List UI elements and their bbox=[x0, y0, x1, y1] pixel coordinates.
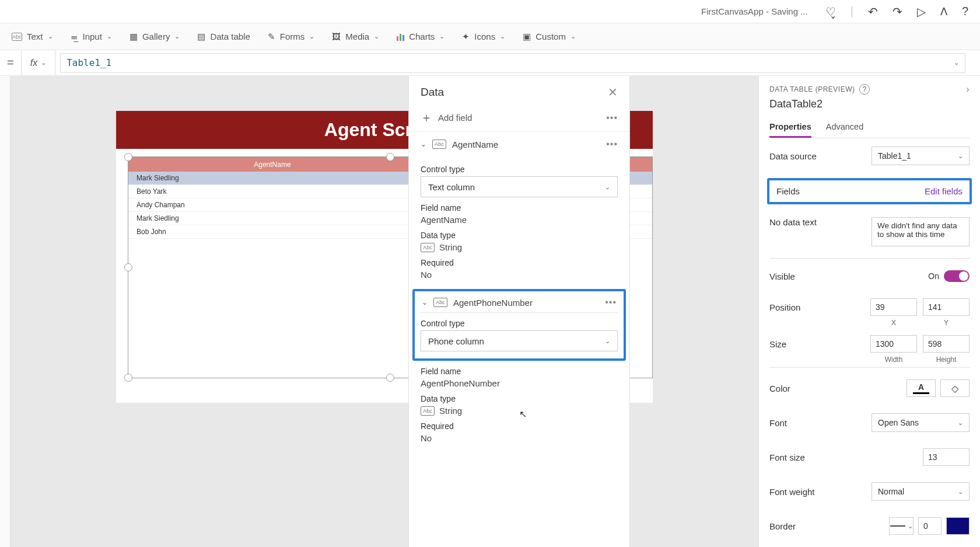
input-icon: ≡̲ bbox=[71, 32, 78, 42]
field-header[interactable]: ⌄AbcAgentName ••• bbox=[409, 132, 629, 156]
ribbon-text[interactable]: AbcText⌄ bbox=[12, 32, 53, 41]
more-icon[interactable]: ••• bbox=[605, 297, 617, 308]
insert-ribbon: AbcText⌄ ≡̲Input⌄ ▦Gallery⌄ ▤Data table … bbox=[0, 23, 980, 50]
font-select[interactable]: Open Sans⌄ bbox=[872, 413, 970, 432]
border-style-select[interactable]: ⌄ bbox=[889, 517, 914, 535]
data-pane-title: Data bbox=[421, 86, 444, 99]
more-icon[interactable]: ••• bbox=[606, 139, 618, 149]
control-type-select[interactable]: Phone column⌄ bbox=[421, 330, 618, 351]
field-card-agentname: ⌄AbcAgentName ••• Control type Text colu… bbox=[409, 131, 629, 288]
properties-pane: DATA TABLE (PREVIEW) ? › DataTable2 Prop… bbox=[758, 76, 980, 547]
more-icon[interactable]: ••• bbox=[606, 113, 618, 123]
field-card-agentphone-highlight: ⌄AbcAgentPhoneNumber ••• Control type Ph… bbox=[412, 289, 626, 361]
forms-icon: ✎ bbox=[268, 32, 275, 42]
chevron-down-icon: ⌄ bbox=[421, 140, 426, 148]
ribbon-input[interactable]: ≡̲Input⌄ bbox=[71, 32, 112, 42]
title-bar: FirstCanvasApp - Saving ... ♡̬ | ↶ ↷ ▷ ᐱ… bbox=[0, 0, 980, 23]
resize-handle[interactable] bbox=[124, 153, 132, 161]
ribbon-icons[interactable]: ✦Icons⌄ bbox=[462, 32, 505, 42]
formula-input[interactable]: Table1_1 bbox=[66, 57, 954, 68]
field-header[interactable]: ⌄AbcAgentPhoneNumber ••• bbox=[421, 295, 618, 310]
chart-icon bbox=[397, 33, 404, 41]
control-type-select[interactable]: Text column⌄ bbox=[421, 176, 618, 197]
font-weight-select[interactable]: Normal⌄ bbox=[872, 482, 970, 501]
resize-handle[interactable] bbox=[386, 374, 394, 382]
abc-icon: Abc bbox=[433, 298, 447, 307]
undo-icon[interactable]: ↶ bbox=[868, 5, 878, 19]
abc-icon: Abc bbox=[421, 243, 435, 252]
abc-icon: Abc bbox=[12, 33, 22, 41]
fields-row-highlight: Fields Edit fields bbox=[767, 178, 972, 204]
font-color-button[interactable]: A bbox=[907, 379, 936, 397]
position-y-input[interactable]: 141 bbox=[923, 298, 970, 316]
left-rail bbox=[0, 76, 10, 547]
close-icon[interactable]: ✕ bbox=[608, 85, 618, 99]
play-icon[interactable]: ▷ bbox=[917, 5, 926, 19]
add-field-button[interactable]: ＋Add field bbox=[421, 110, 472, 126]
ribbon-forms[interactable]: ✎Forms⌄ bbox=[268, 32, 315, 42]
data-pane: Data ✕ ＋Add field ••• ⌄AbcAgentName ••• … bbox=[408, 76, 630, 547]
fill-color-button[interactable]: ◇ bbox=[940, 379, 970, 397]
help-icon[interactable]: ? bbox=[962, 5, 968, 18]
chevron-down-icon: ⌄ bbox=[422, 298, 428, 306]
width-input[interactable]: 1300 bbox=[870, 335, 917, 353]
control-name: DataTable2 bbox=[769, 98, 970, 110]
no-data-text-input[interactable]: We didn't find any data to show at this … bbox=[872, 217, 970, 246]
abc-icon: Abc bbox=[432, 140, 446, 149]
height-input[interactable]: 598 bbox=[923, 335, 970, 353]
border-color-button[interactable] bbox=[946, 517, 970, 535]
redo-icon[interactable]: ↷ bbox=[892, 5, 902, 19]
custom-icon: ▣ bbox=[523, 32, 531, 42]
edit-fields-link[interactable]: Edit fields bbox=[925, 186, 963, 196]
formula-expand-icon[interactable]: ⌄ bbox=[954, 59, 959, 67]
tab-properties[interactable]: Properties bbox=[769, 117, 811, 138]
help-circle-icon[interactable]: ? bbox=[859, 84, 870, 95]
canvas-area: Agent Screen AgentName Ag Mark Siedling5… bbox=[10, 76, 758, 547]
ribbon-gallery[interactable]: ▦Gallery⌄ bbox=[130, 32, 180, 42]
visible-toggle[interactable] bbox=[944, 270, 970, 282]
ribbon-media[interactable]: 🖼Media⌄ bbox=[332, 32, 379, 41]
ribbon-charts[interactable]: Charts⌄ bbox=[397, 32, 444, 41]
resize-handle[interactable] bbox=[386, 153, 394, 161]
font-size-input[interactable]: 13 bbox=[923, 448, 970, 466]
chevron-right-icon[interactable]: › bbox=[966, 84, 970, 95]
tab-advanced[interactable]: Advanced bbox=[826, 117, 864, 138]
media-icon: 🖼 bbox=[332, 32, 341, 41]
share-icon[interactable]: ᐱ bbox=[940, 5, 947, 18]
resize-handle[interactable] bbox=[124, 263, 132, 271]
gallery-icon: ▦ bbox=[130, 32, 138, 42]
ribbon-custom[interactable]: ▣Custom⌄ bbox=[523, 32, 576, 42]
control-type-header: DATA TABLE (PREVIEW) bbox=[769, 85, 855, 93]
resize-handle[interactable] bbox=[124, 374, 132, 382]
column-header[interactable]: AgentName bbox=[128, 161, 416, 169]
equals-label: = bbox=[0, 56, 21, 69]
formula-bar: = fx⌄ Table1_1 ⌄ bbox=[0, 50, 980, 76]
icons-icon: ✦ bbox=[462, 32, 470, 42]
plus-icon: ＋ bbox=[421, 110, 432, 126]
health-icon[interactable]: ♡̬ bbox=[825, 5, 836, 19]
cursor-icon: ↖ bbox=[519, 409, 527, 420]
abc-icon: Abc bbox=[421, 406, 435, 416]
ribbon-data-table[interactable]: ▤Data table bbox=[197, 32, 250, 42]
app-title: FirstCanvasApp - Saving ... bbox=[701, 6, 808, 16]
table-icon: ▤ bbox=[197, 32, 205, 42]
position-x-input[interactable]: 39 bbox=[870, 298, 917, 316]
fx-button[interactable]: fx⌄ bbox=[21, 50, 55, 75]
border-width-input[interactable]: 0 bbox=[918, 517, 942, 535]
data-source-select[interactable]: Table1_1⌄ bbox=[872, 147, 970, 165]
